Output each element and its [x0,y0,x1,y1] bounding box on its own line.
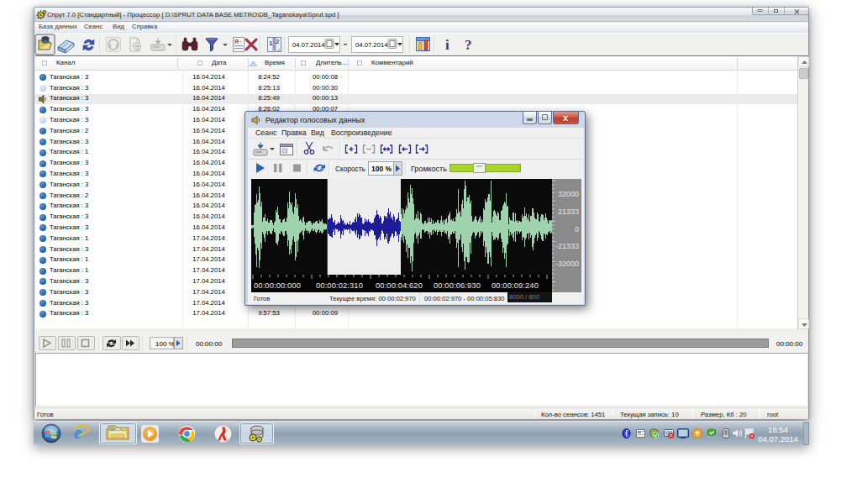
svg-text:?: ? [465,37,472,53]
svg-text:100 %: 100 % [371,165,392,173]
svg-text:16:54: 16:54 [768,425,788,434]
svg-text:00:00:00: 00:00:00 [196,340,223,348]
svg-text:↑: ↑ [239,39,242,45]
svg-text:04.07.2014: 04.07.2014 [758,434,798,444]
svg-text:Скорость: Скорость [335,165,365,173]
svg-text:1: 1 [269,39,273,47]
svg-text:100 %: 100 % [155,340,175,348]
svg-text:i: i [445,37,450,53]
svg-text:04.07.2014: 04.07.2014 [292,41,325,49]
svg-text:Я: Я [234,39,239,45]
svg-text:04.07.2014: 04.07.2014 [355,41,388,49]
svg-text:00:00:00: 00:00:00 [776,340,803,348]
svg-text:Громкость: Громкость [411,165,447,173]
svg-text:2: 2 [276,38,280,45]
